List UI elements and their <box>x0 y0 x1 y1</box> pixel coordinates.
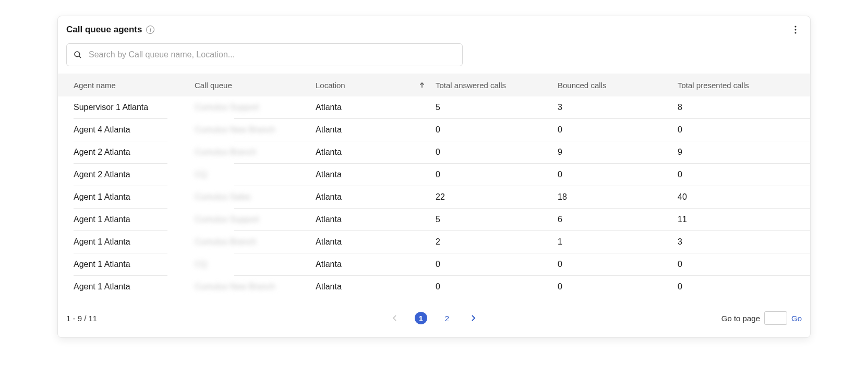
row-separator <box>58 118 810 119</box>
cell-queue: CQ <box>195 170 316 179</box>
row-separator <box>58 230 810 231</box>
search-row <box>58 39 810 74</box>
col-header-answered[interactable]: Total answered calls <box>436 81 558 90</box>
table-row[interactable]: Agent 2 AtlantaCQAtlanta000 <box>58 164 810 186</box>
row-separator <box>58 253 810 253</box>
col-header-agent[interactable]: Agent name <box>74 81 195 90</box>
row-separator <box>58 163 810 164</box>
goto-input[interactable] <box>764 311 787 325</box>
svg-line-4 <box>79 56 81 58</box>
call-queue-agents-card: Call queue agents i Agent name Call queu… <box>57 16 811 338</box>
cell-location: Atlanta <box>316 170 436 179</box>
row-separator <box>58 141 810 141</box>
cell-bounced: 6 <box>558 215 678 224</box>
search-box[interactable] <box>66 43 463 66</box>
row-separator <box>58 275 810 276</box>
cell-presented: 0 <box>678 282 777 291</box>
cell-presented: 9 <box>678 148 777 157</box>
more-options-icon[interactable] <box>789 23 802 36</box>
svg-point-0 <box>794 26 796 27</box>
cell-bounced: 0 <box>558 125 678 135</box>
col-header-location-label: Location <box>316 81 345 90</box>
svg-point-2 <box>794 32 796 33</box>
cell-location: Atlanta <box>316 148 436 157</box>
sort-asc-icon <box>419 81 425 90</box>
cell-location: Atlanta <box>316 237 436 247</box>
cell-queue: Cumulus Support <box>195 215 316 224</box>
cell-agent: Agent 2 Atlanta <box>74 170 195 179</box>
search-input[interactable] <box>88 50 456 60</box>
cell-presented: 11 <box>678 215 777 224</box>
cell-answered: 2 <box>436 237 558 247</box>
cell-bounced: 1 <box>558 237 678 247</box>
table-row[interactable]: Agent 1 AtlantaCumulus SalesAtlanta22184… <box>58 186 810 208</box>
table-row[interactable]: Agent 4 AtlantaCumulus New BranchAtlanta… <box>58 119 810 141</box>
table-row[interactable]: Agent 1 AtlantaCumulus New BranchAtlanta… <box>58 276 810 298</box>
cell-presented: 40 <box>678 192 777 202</box>
table-row[interactable]: Agent 1 AtlantaCQAtlanta000 <box>58 253 810 275</box>
table-row[interactable]: Agent 2 AtlantaCumulus BranchAtlanta099 <box>58 141 810 163</box>
cell-queue: Cumulus New Branch <box>195 282 316 291</box>
card-header: Call queue agents i <box>58 16 810 39</box>
cell-queue: Cumulus Branch <box>195 148 316 157</box>
table-footer: 1 - 9 / 11 1 2 Go to page Go <box>58 298 810 332</box>
prev-page-icon <box>389 312 401 324</box>
info-icon[interactable]: i <box>146 26 154 34</box>
row-separator <box>58 208 810 209</box>
svg-point-1 <box>794 29 796 30</box>
cell-agent: Agent 1 Atlanta <box>74 237 195 247</box>
cell-answered: 0 <box>436 170 558 179</box>
table-body: Supervisor 1 AtlantaCumulus SupportAtlan… <box>58 96 810 298</box>
cell-answered: 0 <box>436 260 558 269</box>
svg-point-3 <box>75 52 80 57</box>
cell-bounced: 18 <box>558 192 678 202</box>
cell-agent: Supervisor 1 Atlanta <box>74 103 195 112</box>
agents-table: Agent name Call queue Location Total ans… <box>58 74 810 298</box>
cell-queue: Cumulus Sales <box>195 192 316 202</box>
goto-label: Go to page <box>721 314 760 323</box>
cell-bounced: 0 <box>558 282 678 291</box>
table-row[interactable]: Agent 1 AtlantaCumulus BranchAtlanta213 <box>58 231 810 253</box>
cell-agent: Agent 1 Atlanta <box>74 215 195 224</box>
cell-bounced: 0 <box>558 170 678 179</box>
cell-queue: Cumulus Branch <box>195 237 316 247</box>
page-2-button[interactable]: 2 <box>441 312 453 324</box>
cell-queue: CQ <box>195 260 316 269</box>
card-title: Call queue agents <box>66 25 142 35</box>
col-header-queue[interactable]: Call queue <box>195 81 316 90</box>
cell-bounced: 0 <box>558 260 678 269</box>
cell-queue: Cumulus Support <box>195 103 316 112</box>
cell-location: Atlanta <box>316 260 436 269</box>
table-row[interactable]: Agent 1 AtlantaCumulus SupportAtlanta561… <box>58 209 810 230</box>
col-header-bounced[interactable]: Bounced calls <box>558 81 678 90</box>
cell-agent: Agent 1 Atlanta <box>74 192 195 202</box>
cell-location: Atlanta <box>316 192 436 202</box>
cell-answered: 22 <box>436 192 558 202</box>
col-header-presented[interactable]: Total presented calls <box>678 81 777 90</box>
col-header-location[interactable]: Location <box>316 81 436 90</box>
row-separator <box>58 186 810 186</box>
table-row[interactable]: Supervisor 1 AtlantaCumulus SupportAtlan… <box>58 96 810 118</box>
cell-answered: 0 <box>436 125 558 135</box>
table-header: Agent name Call queue Location Total ans… <box>58 74 810 96</box>
next-page-icon[interactable] <box>467 312 479 324</box>
search-icon <box>73 50 82 59</box>
cell-location: Atlanta <box>316 282 436 291</box>
page-1-button[interactable]: 1 <box>415 312 427 324</box>
cell-presented: 8 <box>678 103 777 112</box>
goto-go-button[interactable]: Go <box>791 314 802 323</box>
cell-presented: 0 <box>678 125 777 135</box>
goto-page: Go to page Go <box>721 311 802 325</box>
cell-agent: Agent 1 Atlanta <box>74 282 195 291</box>
cell-presented: 0 <box>678 170 777 179</box>
cell-agent: Agent 2 Atlanta <box>74 148 195 157</box>
cell-location: Atlanta <box>316 103 436 112</box>
cell-bounced: 3 <box>558 103 678 112</box>
cell-location: Atlanta <box>316 215 436 224</box>
cell-answered: 0 <box>436 148 558 157</box>
cell-queue: Cumulus New Branch <box>195 125 316 135</box>
cell-agent: Agent 1 Atlanta <box>74 260 195 269</box>
cell-answered: 5 <box>436 215 558 224</box>
cell-presented: 3 <box>678 237 777 247</box>
pager: 1 2 <box>389 312 479 324</box>
